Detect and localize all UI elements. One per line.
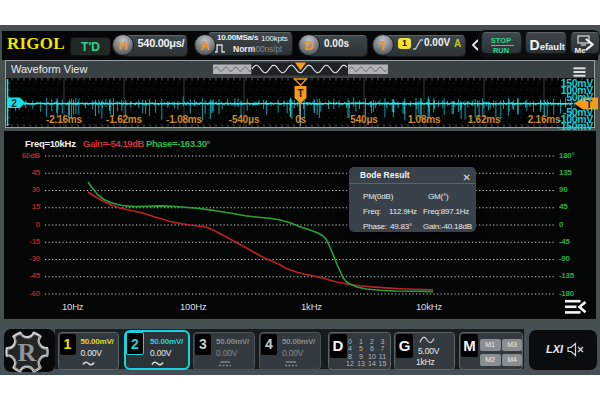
svg-text:R: R [18, 338, 37, 367]
